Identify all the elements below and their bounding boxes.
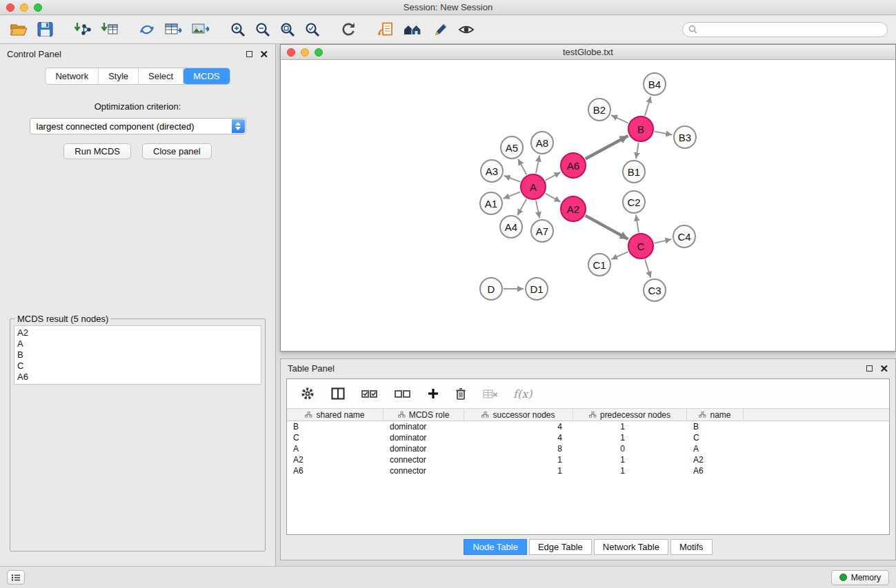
- search-box[interactable]: [682, 22, 888, 37]
- graph-node-A3[interactable]: A3: [480, 159, 504, 183]
- edge-A-A6[interactable]: [546, 172, 561, 181]
- open-recent-file-button[interactable]: [375, 20, 396, 39]
- column-header-MCDS-role[interactable]: MCDS role: [384, 409, 464, 420]
- task-history-button[interactable]: [7, 570, 25, 585]
- table-cell[interactable]: A: [687, 443, 744, 454]
- edge-B-B4[interactable]: [645, 97, 651, 116]
- table-row[interactable]: Bdominator41B: [287, 421, 889, 432]
- mcds-result-item[interactable]: B: [17, 349, 258, 361]
- table-row[interactable]: A2connector11A2: [287, 454, 889, 465]
- edge-A-A2[interactable]: [546, 194, 561, 202]
- table-cell[interactable]: 1: [573, 454, 687, 465]
- home-button[interactable]: [401, 21, 425, 39]
- refresh-view-button[interactable]: [339, 20, 359, 39]
- edge-A-A3[interactable]: [504, 176, 521, 182]
- add-column-button[interactable]: [426, 387, 440, 401]
- apply-layout-button[interactable]: [137, 20, 157, 39]
- mcds-result-item[interactable]: C: [17, 361, 258, 372]
- minimize-window-button[interactable]: [20, 3, 28, 12]
- close-panel-icon[interactable]: ✕: [259, 51, 268, 57]
- search-input[interactable]: [701, 25, 882, 34]
- table-cell[interactable]: A6: [687, 465, 744, 476]
- network-window-titlebar[interactable]: testGlobe.txt: [281, 45, 895, 60]
- function-builder-icon[interactable]: f(x): [513, 387, 532, 401]
- table-cell[interactable]: B: [687, 421, 744, 432]
- edge-A-A7[interactable]: [536, 201, 539, 219]
- import-table-button[interactable]: [99, 20, 120, 39]
- table-cell[interactable]: A2: [287, 454, 384, 465]
- table-cell[interactable]: 1: [573, 421, 687, 432]
- column-header-successor-nodes[interactable]: successor nodes: [464, 409, 573, 420]
- table-cell[interactable]: 0: [573, 443, 687, 454]
- table-cell[interactable]: 1: [464, 465, 573, 476]
- network-minimize-button[interactable]: [301, 48, 309, 57]
- control-tab-style[interactable]: Style: [99, 68, 139, 84]
- mcds-result-item[interactable]: A: [17, 338, 258, 349]
- deselect-all-rows-button[interactable]: [393, 387, 412, 401]
- graph-node-B2[interactable]: B2: [588, 98, 611, 121]
- table-cell[interactable]: connector: [384, 465, 464, 476]
- column-header-shared-name[interactable]: shared name: [287, 409, 384, 420]
- table-row[interactable]: A6connector11A6: [287, 465, 889, 476]
- graph-node-D[interactable]: D: [479, 277, 503, 301]
- edge-C-C3[interactable]: [645, 259, 650, 278]
- graph-node-A4[interactable]: A4: [499, 215, 523, 239]
- graph-node-B[interactable]: B: [628, 116, 654, 142]
- save-session-button[interactable]: [35, 20, 55, 39]
- table-cell[interactable]: 4: [464, 432, 573, 443]
- zoom-selected-button[interactable]: [303, 20, 322, 39]
- table-cell[interactable]: C: [287, 432, 384, 443]
- table-cell[interactable]: dominator: [384, 432, 464, 443]
- table-row[interactable]: Adominator80A: [287, 443, 889, 454]
- network-close-button[interactable]: [287, 48, 295, 57]
- column-header-name[interactable]: name: [687, 409, 744, 420]
- delete-column-button[interactable]: [454, 386, 468, 401]
- close-panel-button[interactable]: Close panel: [142, 143, 212, 159]
- network-canvas[interactable]: B4B2BB3A5A8A6B1A3AC2A1A2A4A7C4CC1C3DD1: [281, 60, 895, 351]
- table-tab-edge-table[interactable]: Edge Table: [529, 539, 592, 555]
- float-panel-icon[interactable]: [246, 51, 252, 57]
- table-cell[interactable]: 1: [573, 432, 687, 443]
- close-window-button[interactable]: [6, 3, 14, 12]
- select-all-rows-button[interactable]: [360, 387, 379, 401]
- edge-C-C1[interactable]: [611, 252, 628, 259]
- edge-B-B1[interactable]: [636, 143, 639, 159]
- table-tab-network-table[interactable]: Network Table: [594, 539, 668, 555]
- table-cell[interactable]: 1: [573, 465, 687, 476]
- zoom-window-button[interactable]: [34, 3, 42, 12]
- table-cell[interactable]: 8: [464, 443, 573, 454]
- control-tab-mcds[interactable]: MCDS: [183, 68, 229, 84]
- table-tab-motifs[interactable]: Motifs: [670, 539, 713, 555]
- edge-B-B2[interactable]: [611, 115, 628, 123]
- table-tab-node-table[interactable]: Node Table: [464, 539, 527, 555]
- run-mcds-button[interactable]: Run MCDS: [63, 143, 131, 159]
- table-cell[interactable]: dominator: [384, 421, 464, 432]
- annotation-button[interactable]: [430, 21, 451, 39]
- graph-node-C[interactable]: C: [628, 233, 654, 259]
- graph-node-C4[interactable]: C4: [673, 225, 696, 248]
- show-hide-graphics-button[interactable]: [457, 21, 476, 39]
- graph-node-A6[interactable]: A6: [560, 152, 586, 179]
- table-cell[interactable]: 4: [464, 421, 573, 432]
- edge-A-A8[interactable]: [536, 156, 539, 174]
- graph-node-C2[interactable]: C2: [622, 190, 646, 214]
- edge-C-C2[interactable]: [636, 215, 639, 232]
- table-cell[interactable]: A: [287, 443, 384, 454]
- network-zoom-button[interactable]: [315, 48, 323, 57]
- table-cell[interactable]: A6: [287, 465, 384, 476]
- graph-node-A[interactable]: A: [520, 174, 546, 200]
- table-cell[interactable]: C: [687, 432, 744, 443]
- mcds-result-list[interactable]: A2ABCA6: [14, 325, 261, 385]
- graph-node-A7[interactable]: A7: [530, 219, 554, 243]
- edge-B-B3[interactable]: [655, 132, 673, 135]
- new-network-table-button[interactable]: [163, 20, 184, 39]
- memory-button[interactable]: Memory: [831, 570, 889, 585]
- control-tab-network[interactable]: Network: [46, 68, 99, 84]
- table-row[interactable]: Cdominator41C: [287, 432, 889, 443]
- graph-node-A5[interactable]: A5: [500, 136, 524, 159]
- graph-node-B3[interactable]: B3: [673, 125, 697, 149]
- table-cell[interactable]: connector: [384, 454, 464, 465]
- graph-node-C1[interactable]: C1: [588, 253, 611, 276]
- zoom-in-button[interactable]: [228, 20, 248, 39]
- control-tab-select[interactable]: Select: [139, 68, 183, 84]
